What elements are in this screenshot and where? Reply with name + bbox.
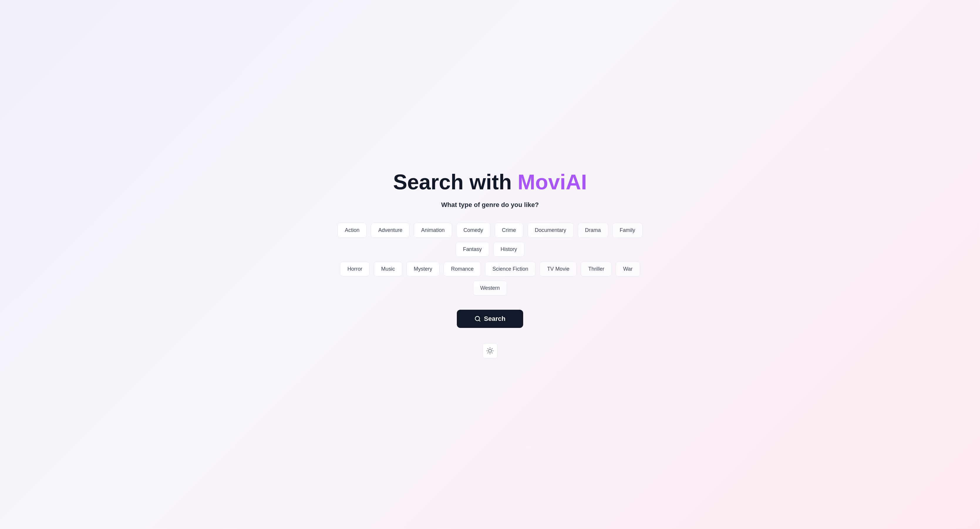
genre-chip-drama[interactable]: Drama <box>578 223 608 238</box>
search-icon <box>474 316 481 322</box>
main-container: Search with MoviAI What type of genre do… <box>329 159 651 370</box>
svg-line-1 <box>479 320 480 321</box>
genre-chip-music[interactable]: Music <box>374 262 402 276</box>
search-button-label: Search <box>484 315 505 322</box>
genre-chip-science-fiction[interactable]: Science Fiction <box>485 262 536 276</box>
genre-chip-fantasy[interactable]: Fantasy <box>456 242 489 257</box>
genre-row-1: ActionAdventureAnimationComedyCrimeDocum… <box>334 223 646 257</box>
genre-chip-romance[interactable]: Romance <box>444 262 481 276</box>
genre-chip-horror[interactable]: Horror <box>340 262 370 276</box>
genre-chip-thriller[interactable]: Thriller <box>581 262 611 276</box>
title-text-dark: Search with <box>393 170 518 194</box>
search-button[interactable]: Search <box>457 310 523 328</box>
svg-line-9 <box>488 353 488 353</box>
title-text-brand: MoviAI <box>518 170 587 194</box>
subtitle-text: What type of genre do you like? <box>334 201 646 209</box>
genre-chip-war[interactable]: War <box>616 262 640 276</box>
genre-chip-mystery[interactable]: Mystery <box>406 262 439 276</box>
genre-chip-tv-movie[interactable]: TV Movie <box>539 262 577 276</box>
genre-row-2: HorrorMusicMysteryRomanceScience Fiction… <box>334 262 646 295</box>
button-area: Search <box>334 310 646 359</box>
genres-wrapper: ActionAdventureAnimationComedyCrimeDocum… <box>334 223 646 295</box>
genre-chip-crime[interactable]: Crime <box>495 223 523 238</box>
genre-chip-comedy[interactable]: Comedy <box>456 223 491 238</box>
svg-point-2 <box>488 349 492 352</box>
genre-chip-animation[interactable]: Animation <box>414 223 452 238</box>
genre-chip-family[interactable]: Family <box>612 223 643 238</box>
genre-chip-adventure[interactable]: Adventure <box>371 223 410 238</box>
svg-line-5 <box>488 348 488 349</box>
genre-chip-documentary[interactable]: Documentary <box>528 223 574 238</box>
theme-toggle-button[interactable] <box>482 343 498 359</box>
genre-chip-action[interactable]: Action <box>337 223 367 238</box>
genre-chip-history[interactable]: History <box>493 242 524 257</box>
sun-icon <box>487 347 493 354</box>
genre-chip-western[interactable]: Western <box>473 281 508 295</box>
page-title: Search with MoviAI <box>334 170 646 194</box>
